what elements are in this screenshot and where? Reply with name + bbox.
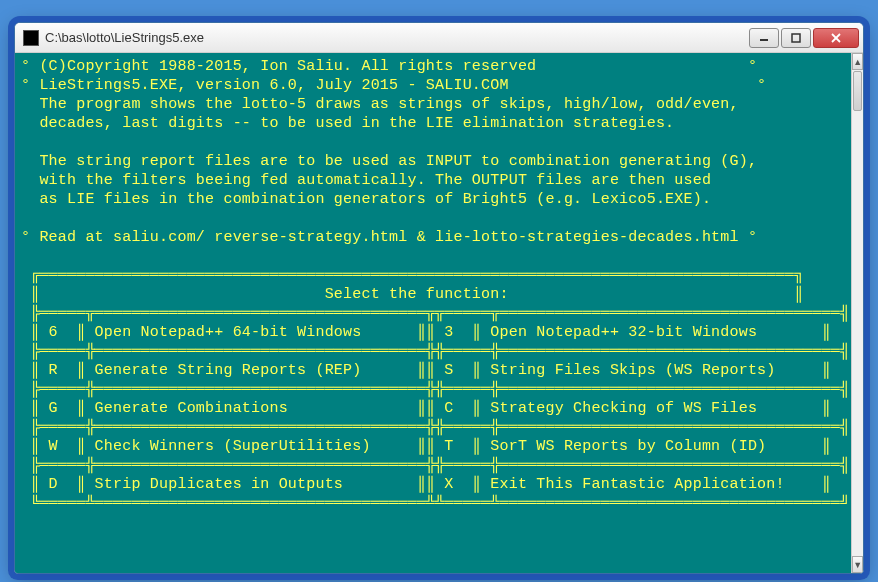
scroll-thumb[interactable] xyxy=(853,71,862,111)
text-line: ° (C)Copyright 1988-2015, Ion Saliu. All… xyxy=(21,58,757,75)
console-output[interactable]: ° (C)Copyright 1988-2015, Ion Saliu. All… xyxy=(15,53,851,573)
app-icon xyxy=(23,30,39,46)
scroll-down-button[interactable]: ▼ xyxy=(852,556,863,573)
app-window: C:\bas\lotto\LieStrings5.exe ° (C)Copyri… xyxy=(14,22,864,574)
text-line: with the filters beeing fed automaticall… xyxy=(21,172,711,189)
text-line: as LIE files in the combination generato… xyxy=(21,191,711,208)
scroll-up-button[interactable]: ▲ xyxy=(852,53,863,70)
vertical-scrollbar[interactable]: ▲ ▼ xyxy=(851,53,863,573)
text-line: ° LieStrings5.EXE, version 6.0, July 201… xyxy=(21,77,766,94)
text-line: decades, last digits -- to be used in th… xyxy=(21,115,674,132)
scroll-track[interactable] xyxy=(852,112,863,556)
maximize-button[interactable] xyxy=(781,28,811,48)
text-line: ° Read at saliu.com/ reverse-strategy.ht… xyxy=(21,229,757,246)
text-line: The string report files are to be used a… xyxy=(21,153,757,170)
close-button[interactable] xyxy=(813,28,859,48)
text-line: The program shows the lotto-5 draws as s… xyxy=(21,96,739,113)
titlebar[interactable]: C:\bas\lotto\LieStrings5.exe xyxy=(15,23,863,53)
svg-rect-1 xyxy=(792,34,800,42)
menu-box: ╔═══════════════════════════════════════… xyxy=(21,247,849,513)
window-title: C:\bas\lotto\LieStrings5.exe xyxy=(45,30,747,45)
minimize-button[interactable] xyxy=(749,28,779,48)
